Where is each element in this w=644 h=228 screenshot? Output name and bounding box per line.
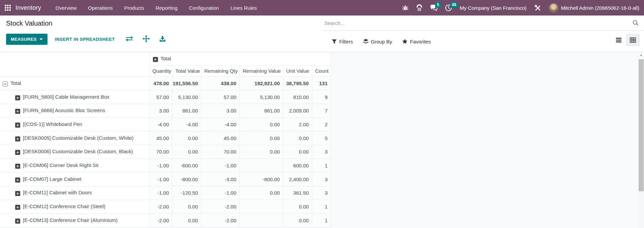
row-label: [E-COM07] Large Cabinet: [23, 176, 81, 182]
search-box: [322, 15, 644, 31]
measure-header[interactable]: Remaining Qty: [201, 65, 239, 76]
value-cell: 131: [312, 76, 331, 90]
expand-icon[interactable]: −: [3, 82, 8, 87]
nav-menu-item[interactable]: Products: [119, 0, 150, 15]
value-cell: -600.00: [172, 159, 201, 172]
measure-header[interactable]: Unit Value: [283, 65, 312, 76]
value-cell: 2,400.00: [283, 172, 312, 186]
value-cell: [239, 214, 283, 227]
download-button[interactable]: [159, 35, 166, 42]
expand-icon[interactable]: +: [15, 191, 20, 196]
value-cell: 0.00: [172, 145, 201, 159]
expand-icon[interactable]: +: [15, 219, 20, 224]
table-row: +[E-COM06] Corner Desk Right Sit -1.00 -…: [0, 159, 331, 172]
expand-icon[interactable]: +: [15, 177, 20, 183]
row-header-cell[interactable]: −Total: [0, 76, 149, 90]
scrollbar-thumb[interactable]: [639, 59, 644, 191]
value-cell: 1: [312, 159, 331, 172]
nav-menu-item[interactable]: Operations: [82, 0, 118, 15]
nav-left: Inventory OverviewOperationsProductsRepo…: [0, 0, 263, 15]
insert-in-spreadsheet-button[interactable]: INSERT IN SPREADSHEET: [55, 34, 115, 45]
value-cell: -2.00: [149, 214, 172, 227]
measure-header[interactable]: Remaining Value: [239, 65, 283, 76]
flip-axis-icon: [125, 36, 133, 42]
view-switcher: [612, 34, 640, 46]
expand-icon[interactable]: +: [15, 95, 20, 100]
value-cell: -2.00: [201, 214, 239, 227]
app-name[interactable]: Inventory: [15, 4, 41, 11]
search-input[interactable]: [322, 20, 633, 26]
value-cell: -2.00: [149, 200, 172, 214]
search-icon[interactable]: [633, 20, 639, 26]
value-cell: 57.00: [201, 90, 239, 104]
debug-bug-button[interactable]: [398, 0, 412, 15]
scrollbar-up-arrow[interactable]: ▲: [638, 52, 644, 58]
caret-down-icon: [39, 38, 43, 40]
row-header-cell[interactable]: +[E-COM07] Large Cabinet: [0, 172, 149, 186]
nav-menu-item[interactable]: Configuration: [183, 0, 225, 15]
value-cell: 3: [312, 145, 331, 159]
row-header-cell[interactable]: +[(COS-1)] Whiteboard Pen: [0, 118, 149, 131]
nav-menu-item[interactable]: Overview: [50, 0, 83, 15]
plus-square-icon[interactable]: +: [153, 57, 158, 62]
searchbar-menus: Filters Group By Favorites: [332, 31, 431, 52]
company-switcher[interactable]: My Company (San Francisco): [456, 5, 530, 11]
avatar[interactable]: [549, 3, 558, 12]
row-label: [E-COM06] Corner Desk Right Sit: [23, 162, 98, 168]
download-icon: [159, 35, 166, 42]
measure-header[interactable]: Quantity: [149, 65, 172, 76]
group-by-menu[interactable]: Group By: [363, 39, 392, 44]
expand-icon[interactable]: +: [15, 164, 20, 169]
expand-icon[interactable]: +: [15, 123, 20, 128]
vertical-scrollbar: ▲: [638, 52, 644, 228]
table-row: +[FURN_6666] Acoustic Bloc Screens 3.00 …: [0, 104, 331, 118]
filters-menu[interactable]: Filters: [332, 39, 353, 44]
expand-all-button[interactable]: [142, 35, 150, 42]
pivot-table: +Total QuantityTotal ValueRemaining QtyR…: [0, 52, 331, 227]
activities-button[interactable]: 48: [441, 0, 456, 15]
table-row: +[E-COM07] Large Cabinet -1.00 -800.00 -…: [0, 172, 331, 186]
voip-phone-icon: [416, 4, 423, 11]
value-cell: 478.00: [149, 76, 172, 90]
tools-icon: [534, 4, 541, 11]
measure-header[interactable]: Count: [312, 65, 331, 76]
favorites-menu[interactable]: Favorites: [402, 39, 431, 44]
row-header-cell[interactable]: +[FURN_5800] Cable Management Box: [0, 90, 149, 104]
measure-header[interactable]: Total Value: [172, 65, 201, 76]
apps-menu-button[interactable]: [0, 0, 15, 15]
row-header-cell[interactable]: +[FURN_6666] Acoustic Bloc Screens: [0, 104, 149, 118]
row-header-cell[interactable]: +[E-COM11] Cabinet with Doors: [0, 186, 149, 200]
value-cell: 3.00: [201, 104, 239, 118]
user-menu[interactable]: Mitchell Admin (20665062-16-0-all): [561, 5, 639, 11]
value-cell: 0.00: [172, 200, 201, 214]
flip-axis-button[interactable]: [125, 36, 133, 42]
row-header-cell[interactable]: +[DESK0006] Customizable Desk (Custom, B…: [0, 145, 149, 159]
value-cell: 0.00: [283, 131, 312, 145]
nav-menu-item[interactable]: Lines Rules: [225, 0, 262, 15]
value-cell: 70.00: [149, 145, 172, 159]
expand-icon[interactable]: +: [15, 136, 20, 141]
row-header-cell[interactable]: +[DESK0005] Customizable Desk (Custom, W…: [0, 131, 149, 145]
list-view-button[interactable]: [612, 34, 626, 46]
pivot-view-button[interactable]: [626, 34, 640, 46]
group-by-icon: [363, 39, 368, 44]
page-title: Stock Valuation: [6, 20, 53, 27]
measures-label: MEASURES: [11, 37, 37, 42]
support-tools-button[interactable]: [530, 0, 545, 15]
expand-icon[interactable]: +: [15, 150, 20, 155]
row-label: [E-COM13] Conference Chair (Aluminium): [23, 217, 118, 223]
nav-menu: OverviewOperationsProductsReportingConfi…: [50, 0, 263, 15]
control-panel: Stock Valuation MEASURES INSERT IN SPREA…: [0, 15, 644, 52]
column-group-header[interactable]: +Total: [149, 52, 331, 65]
messages-button[interactable]: 5: [426, 0, 441, 15]
measures-button[interactable]: MEASURES: [6, 34, 47, 45]
nav-menu-item[interactable]: Reporting: [150, 0, 183, 15]
row-header-cell[interactable]: +[E-COM13] Conference Chair (Aluminium): [0, 214, 149, 227]
expand-icon[interactable]: +: [15, 109, 20, 114]
voip-phone-button[interactable]: [412, 0, 426, 15]
value-cell: 45.00: [201, 131, 239, 145]
row-header-cell[interactable]: +[E-COM12] Conference Chair (Steel): [0, 200, 149, 214]
expand-icon[interactable]: +: [15, 205, 20, 210]
row-header-cell[interactable]: +[E-COM06] Corner Desk Right Sit: [0, 159, 149, 172]
row-label: [DESK0006] Customizable Desk (Custom, Bl…: [23, 149, 133, 154]
